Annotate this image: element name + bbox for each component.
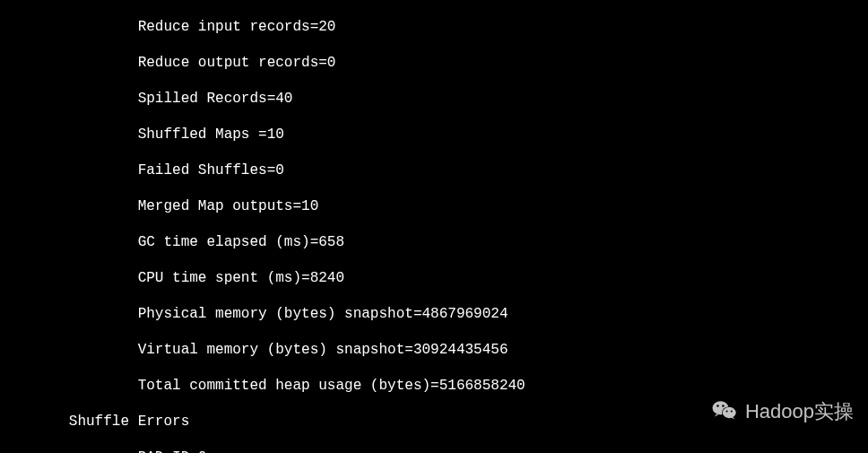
group-header: Shuffle Errors bbox=[0, 413, 868, 431]
counter-line: Physical memory (bytes) snapshot=4867969… bbox=[0, 305, 868, 323]
terminal-output: Reduce input records=20 Reduce output re… bbox=[0, 0, 868, 453]
counter-line: Spilled Records=40 bbox=[0, 90, 868, 108]
counter-line: Reduce input records=20 bbox=[0, 18, 868, 36]
counter-line: Shuffled Maps =10 bbox=[0, 126, 868, 144]
counter-line: Reduce output records=0 bbox=[0, 54, 868, 72]
counter-line: Virtual memory (bytes) snapshot=30924435… bbox=[0, 341, 868, 359]
counter-line: Total committed heap usage (bytes)=51668… bbox=[0, 377, 868, 395]
counter-line: Failed Shuffles=0 bbox=[0, 161, 868, 179]
counter-line: CPU time spent (ms)=8240 bbox=[0, 269, 868, 287]
counter-line: GC time elapsed (ms)=658 bbox=[0, 233, 868, 251]
counter-line: BAD_ID=0 bbox=[0, 449, 868, 453]
counter-line: Merged Map outputs=10 bbox=[0, 197, 868, 215]
